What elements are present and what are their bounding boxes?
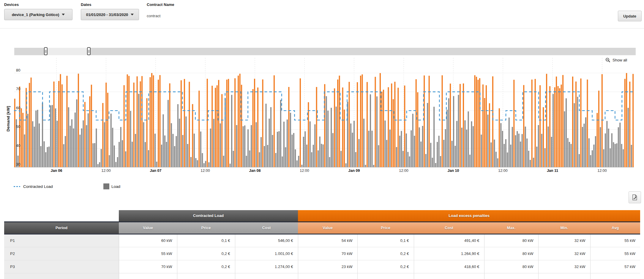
x-tick-label: 12:00: [94, 169, 118, 173]
y-tick-label: 30: [16, 162, 20, 167]
navigator-handle-right[interactable]: [87, 47, 91, 55]
value-cell: [177, 273, 235, 279]
legend-contracted-label: Contracted Load: [23, 184, 53, 189]
value-cell: 55 kW: [590, 247, 640, 260]
value-cell: [298, 273, 357, 279]
column-header-pen-value: Value: [298, 222, 357, 234]
chevron-down-icon: [62, 14, 65, 15]
period-cell: [4, 273, 119, 279]
chart-navigator[interactable]: [14, 48, 636, 55]
y-tick-label: 60: [16, 106, 20, 110]
demand-chart: [14, 58, 634, 169]
header-divider: [0, 28, 644, 28]
table-row: P160 kW0,1 €546,00 €54 kW0,1 €491,40 €80…: [4, 234, 640, 247]
value-cell: 32 kW: [538, 260, 590, 273]
value-cell: 70 kW: [119, 260, 177, 273]
column-header-cl-cost: Cost: [235, 222, 298, 234]
devices-label: Devices: [4, 2, 19, 7]
update-button[interactable]: Update: [618, 11, 642, 21]
value-cell: 0,2 €: [357, 247, 414, 260]
device-select-value: device_1 (Parking Gótico): [12, 12, 59, 17]
x-tick-label: 12:00: [590, 169, 614, 173]
value-cell: 546,00 €: [235, 234, 298, 247]
value-cell: 0,2 €: [357, 260, 414, 273]
group-header-load-excess-penalties: Load excess penalties: [298, 210, 640, 222]
value-cell: 80 kW: [484, 260, 538, 273]
column-header-max: Max.: [484, 222, 538, 234]
period-cell: P3: [4, 260, 119, 273]
legend-item-contracted-load: Contracted Load: [14, 183, 53, 190]
navigator-selection[interactable]: [46, 48, 89, 55]
blank-cell: [4, 210, 119, 222]
navigator-handle-left[interactable]: [44, 47, 48, 55]
value-cell: 0,1 €: [357, 234, 414, 247]
show-all-label: Show all: [613, 58, 627, 62]
zoom-out-icon: [605, 58, 610, 63]
chevron-down-icon: [131, 14, 134, 15]
dashed-line-icon: [14, 186, 20, 187]
export-icon: [631, 194, 638, 201]
value-cell: 491,40 €: [414, 234, 484, 247]
value-cell: 1.001,00 €: [235, 247, 298, 260]
column-header-pen-cost: Cost: [414, 222, 484, 234]
table-column-header-row: Period Value Price Cost Value Price Cost…: [4, 222, 640, 234]
x-tick-label: Jan 11: [541, 169, 564, 173]
value-cell: [357, 273, 414, 279]
value-cell: 0,1 €: [177, 234, 235, 247]
value-cell: 70 kW: [298, 247, 357, 260]
column-header-cl-price: Price: [177, 222, 235, 234]
y-axis-title: Demand [kW]: [6, 95, 12, 142]
export-table-button[interactable]: [629, 191, 641, 203]
value-cell: 55 kW: [119, 247, 177, 260]
x-tick-label: Jan 10: [441, 169, 465, 173]
y-tick-label: 70: [16, 87, 20, 91]
table-row: P370 kW0,2 €1.274,00 €23 kW0,2 €418,60 €…: [4, 260, 640, 273]
table-group-header-row: Contracted Load Load excess penalties: [4, 210, 640, 222]
value-cell: 32 kW: [538, 247, 590, 260]
value-cell: 32 kW: [538, 234, 590, 247]
x-tick-label: 12:00: [293, 169, 316, 173]
value-cell: 1.264,90 €: [414, 247, 484, 260]
show-all-button[interactable]: Show all: [605, 58, 627, 63]
value-cell: 57 kW: [590, 260, 640, 273]
period-cell: P2: [4, 247, 119, 260]
x-tick-label: Jan 08: [243, 169, 267, 173]
value-cell: 23 kW: [298, 260, 357, 273]
x-tick-label: 12:00: [193, 169, 217, 173]
column-header-min: Min.: [538, 222, 590, 234]
value-cell: [484, 273, 538, 279]
demand-analysis-page: { "header": { "devices_label": "Devices"…: [0, 0, 644, 279]
value-cell: 1.274,00 €: [235, 260, 298, 273]
value-cell: 418,60 €: [414, 260, 484, 273]
value-cell: 54 kW: [298, 234, 357, 247]
value-cell: [590, 273, 640, 279]
table-row: P255 kW0,2 €1.001,00 €70 kW0,2 €1.264,90…: [4, 247, 640, 260]
value-cell: 80 kW: [484, 234, 538, 247]
value-cell: 60 kW: [119, 234, 177, 247]
value-cell: 80 kW: [484, 247, 538, 260]
dates-label: Dates: [81, 2, 91, 7]
date-range-select[interactable]: 01/01/2020 - 31/03/2020: [81, 9, 139, 20]
contract-name-value: contract: [147, 14, 160, 18]
legend-load-label: Load: [111, 184, 120, 189]
value-cell: [538, 273, 590, 279]
period-cell: P1: [4, 234, 119, 247]
y-tick-label: 80: [16, 68, 20, 72]
load-swatch-icon: [103, 183, 109, 189]
x-tick-label: 12:00: [392, 169, 416, 173]
device-select[interactable]: device_1 (Parking Gótico): [4, 9, 72, 20]
x-tick-label: Jan 06: [45, 169, 68, 173]
penalties-table: Contracted Load Load excess penalties Pe…: [4, 210, 640, 279]
y-tick-label: 40: [16, 143, 20, 148]
value-cell: [414, 273, 484, 279]
y-tick-label: 50: [16, 124, 20, 129]
x-tick-label: 12:00: [491, 169, 515, 173]
column-header-period: Period: [4, 222, 119, 234]
column-header-avg: Avg: [590, 222, 640, 234]
value-cell: [235, 273, 298, 279]
table-row-partial: [4, 273, 640, 279]
value-cell: 0,2 €: [177, 247, 235, 260]
value-cell: [119, 273, 177, 279]
x-tick-label: Jan 09: [342, 169, 366, 173]
group-header-contracted-load: Contracted Load: [119, 210, 298, 222]
